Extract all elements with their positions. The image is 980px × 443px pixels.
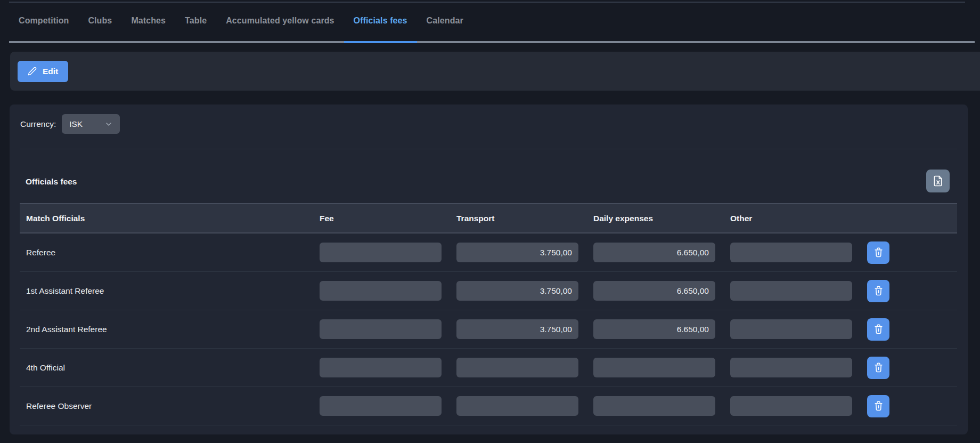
trash-icon bbox=[873, 247, 884, 257]
delete-row-button[interactable] bbox=[867, 357, 889, 379]
edit-button[interactable]: Edit bbox=[18, 61, 68, 82]
transport-input[interactable] bbox=[456, 281, 578, 301]
officials-fees-table: Match Officials Fee Transport Daily expe… bbox=[20, 203, 957, 425]
delete-row-button[interactable] bbox=[867, 241, 889, 264]
daily-expenses-input[interactable] bbox=[593, 358, 715, 377]
fee-input[interactable] bbox=[320, 319, 442, 339]
table-row: 2nd Assistant Referee bbox=[20, 310, 957, 349]
column-header-transport: Transport bbox=[456, 214, 578, 223]
table-body: Referee 1st Assistant Referee bbox=[20, 233, 957, 425]
currency-label: Currency: bbox=[20, 119, 56, 129]
fee-input[interactable] bbox=[320, 358, 442, 377]
transport-input[interactable] bbox=[456, 358, 578, 377]
edit-button-label: Edit bbox=[43, 67, 58, 76]
section-title: Officials fees bbox=[26, 177, 77, 187]
tab-list: CompetitionClubsMatchesTableAccumulated … bbox=[9, 0, 980, 41]
fee-input[interactable] bbox=[320, 243, 442, 262]
fee-input[interactable] bbox=[320, 396, 442, 416]
toolbar: Edit bbox=[10, 52, 980, 91]
chevron-down-icon bbox=[104, 120, 113, 128]
official-label: 4th Official bbox=[20, 363, 305, 373]
other-input[interactable] bbox=[730, 281, 852, 301]
tab-underline-track bbox=[9, 41, 975, 43]
table-row: 4th Official bbox=[20, 349, 957, 387]
tab-matches[interactable]: Matches bbox=[121, 0, 175, 41]
tab-officials-fees[interactable]: Officials fees bbox=[344, 0, 417, 41]
other-input[interactable] bbox=[730, 358, 852, 377]
tab-calendar[interactable]: Calendar bbox=[417, 0, 473, 41]
table-row: 1st Assistant Referee bbox=[20, 272, 957, 310]
daily-expenses-input[interactable] bbox=[593, 396, 715, 416]
daily-expenses-input[interactable] bbox=[593, 281, 715, 301]
official-label: Referee Observer bbox=[20, 401, 305, 411]
official-label: 2nd Assistant Referee bbox=[20, 325, 305, 334]
transport-input[interactable] bbox=[456, 396, 578, 416]
section-divider bbox=[20, 149, 957, 149]
trash-icon bbox=[873, 363, 884, 373]
currency-select[interactable]: ISK bbox=[62, 114, 120, 134]
delete-row-button[interactable] bbox=[867, 280, 889, 302]
section-header: Officials fees bbox=[10, 160, 968, 198]
column-header-other: Other bbox=[730, 214, 852, 223]
column-header-fee: Fee bbox=[320, 214, 442, 223]
tab-bar: CompetitionClubsMatchesTableAccumulated … bbox=[9, 0, 980, 43]
officials-fees-panel: Currency: ISK Officials fees bbox=[10, 104, 968, 434]
tab-competition[interactable]: Competition bbox=[9, 0, 78, 41]
tab-accumulated-yellow-cards[interactable]: Accumulated yellow cards bbox=[216, 0, 344, 41]
transport-input[interactable] bbox=[456, 243, 578, 262]
currency-selected-value: ISK bbox=[69, 119, 83, 129]
transport-input[interactable] bbox=[456, 319, 578, 339]
table-header-row: Match Officials Fee Transport Daily expe… bbox=[20, 203, 957, 233]
daily-expenses-input[interactable] bbox=[593, 243, 715, 262]
export-excel-button[interactable] bbox=[926, 170, 950, 192]
tab-clubs[interactable]: Clubs bbox=[78, 0, 121, 41]
pencil-icon bbox=[28, 67, 37, 76]
official-label: Referee bbox=[20, 248, 305, 257]
tab-table[interactable]: Table bbox=[175, 0, 216, 41]
table-row: Referee Observer bbox=[20, 387, 957, 425]
excel-file-icon bbox=[933, 175, 943, 187]
fee-input[interactable] bbox=[320, 281, 442, 301]
column-header-match-officials: Match Officials bbox=[20, 214, 305, 223]
trash-icon bbox=[873, 324, 884, 334]
other-input[interactable] bbox=[730, 243, 852, 262]
trash-icon bbox=[873, 286, 884, 296]
currency-row: Currency: ISK bbox=[20, 114, 120, 134]
delete-row-button[interactable] bbox=[867, 395, 889, 417]
daily-expenses-input[interactable] bbox=[593, 319, 715, 339]
official-label: 1st Assistant Referee bbox=[20, 286, 305, 296]
column-header-daily-expenses: Daily expenses bbox=[593, 214, 715, 223]
table-row: Referee bbox=[20, 233, 957, 272]
trash-icon bbox=[873, 401, 884, 411]
other-input[interactable] bbox=[730, 319, 852, 339]
delete-row-button[interactable] bbox=[867, 318, 889, 341]
other-input[interactable] bbox=[730, 396, 852, 416]
